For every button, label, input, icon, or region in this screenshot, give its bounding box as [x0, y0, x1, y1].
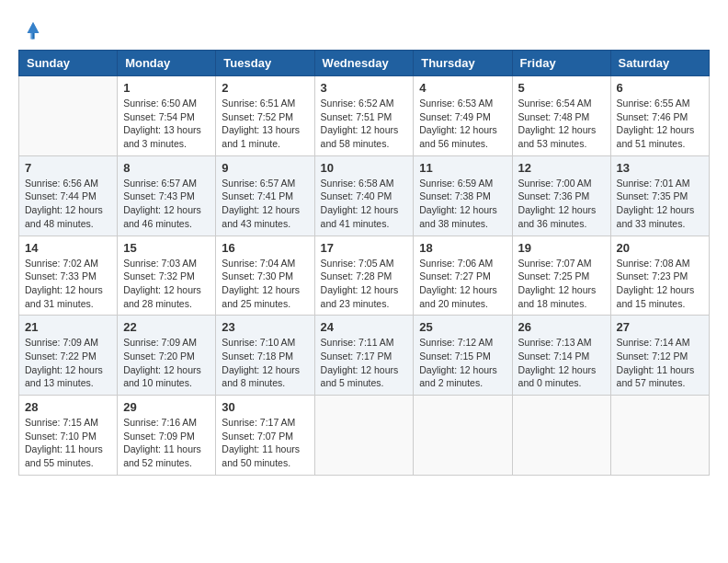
day-info: Sunrise: 7:11 AMSunset: 7:17 PMDaylight:… [321, 336, 408, 390]
day-info: Sunrise: 7:16 AMSunset: 7:09 PMDaylight:… [123, 416, 210, 470]
day-info: Sunrise: 7:07 AMSunset: 7:25 PMDaylight:… [518, 257, 605, 311]
calendar-cell: 6Sunrise: 6:55 AMSunset: 7:46 PMDaylight… [610, 76, 709, 156]
column-header-wednesday: Wednesday [314, 51, 414, 76]
day-info: Sunrise: 7:02 AMSunset: 7:33 PMDaylight:… [25, 257, 111, 311]
calendar-cell: 9Sunrise: 6:57 AMSunset: 7:41 PMDaylight… [216, 155, 314, 236]
calendar-cell: 30Sunrise: 7:17 AMSunset: 7:07 PMDayligh… [216, 396, 314, 476]
day-info: Sunrise: 7:14 AMSunset: 7:12 PMDaylight:… [617, 336, 703, 390]
day-number: 19 [518, 241, 605, 255]
calendar-cell: 5Sunrise: 6:54 AMSunset: 7:48 PMDaylight… [512, 76, 610, 156]
day-number: 10 [321, 161, 408, 175]
column-header-sunday: Sunday [19, 51, 118, 76]
calendar-cell [19, 76, 118, 156]
day-number: 9 [222, 161, 308, 175]
day-number: 17 [321, 241, 408, 255]
day-number: 1 [123, 81, 210, 95]
calendar-cell: 27Sunrise: 7:14 AMSunset: 7:12 PMDayligh… [610, 316, 709, 396]
day-number: 3 [321, 81, 408, 95]
day-info: Sunrise: 7:01 AMSunset: 7:35 PMDaylight:… [617, 177, 703, 231]
calendar-cell: 19Sunrise: 7:07 AMSunset: 7:25 PMDayligh… [512, 236, 610, 316]
day-number: 26 [518, 320, 605, 334]
day-number: 2 [222, 81, 308, 95]
calendar-cell: 25Sunrise: 7:12 AMSunset: 7:15 PMDayligh… [414, 316, 512, 396]
day-number: 24 [321, 320, 408, 334]
calendar-cell: 14Sunrise: 7:02 AMSunset: 7:33 PMDayligh… [19, 236, 118, 316]
day-number: 30 [222, 400, 308, 414]
day-number: 13 [617, 161, 703, 175]
day-number: 16 [222, 241, 308, 255]
day-number: 14 [25, 241, 111, 255]
day-info: Sunrise: 6:56 AMSunset: 7:44 PMDaylight:… [25, 177, 111, 231]
day-info: Sunrise: 7:06 AMSunset: 7:27 PMDaylight:… [419, 257, 506, 311]
day-info: Sunrise: 7:08 AMSunset: 7:23 PMDaylight:… [617, 257, 703, 311]
day-info: Sunrise: 6:52 AMSunset: 7:51 PMDaylight:… [321, 97, 408, 151]
day-info: Sunrise: 6:55 AMSunset: 7:46 PMDaylight:… [617, 97, 703, 151]
day-number: 6 [617, 81, 703, 95]
column-header-friday: Friday [512, 51, 610, 76]
calendar-table: SundayMondayTuesdayWednesdayThursdayFrid… [18, 50, 710, 476]
day-info: Sunrise: 6:57 AMSunset: 7:41 PMDaylight:… [222, 177, 308, 231]
calendar-cell: 8Sunrise: 6:57 AMSunset: 7:43 PMDaylight… [118, 155, 216, 236]
column-header-monday: Monday [118, 51, 216, 76]
calendar-cell [512, 396, 610, 476]
calendar-cell: 15Sunrise: 7:03 AMSunset: 7:32 PMDayligh… [118, 236, 216, 316]
calendar-week-row: 21Sunrise: 7:09 AMSunset: 7:22 PMDayligh… [19, 316, 710, 396]
day-number: 8 [123, 161, 210, 175]
day-info: Sunrise: 6:57 AMSunset: 7:43 PMDaylight:… [123, 177, 210, 231]
day-info: Sunrise: 6:59 AMSunset: 7:38 PMDaylight:… [419, 177, 506, 231]
calendar-cell: 23Sunrise: 7:10 AMSunset: 7:18 PMDayligh… [216, 316, 314, 396]
logo-icon [18, 18, 40, 40]
calendar-cell: 22Sunrise: 7:09 AMSunset: 7:20 PMDayligh… [118, 316, 216, 396]
calendar-week-row: 14Sunrise: 7:02 AMSunset: 7:33 PMDayligh… [19, 236, 710, 316]
day-info: Sunrise: 7:00 AMSunset: 7:36 PMDaylight:… [518, 177, 605, 231]
day-info: Sunrise: 7:17 AMSunset: 7:07 PMDaylight:… [222, 416, 308, 470]
day-number: 29 [123, 400, 210, 414]
calendar-cell [610, 396, 709, 476]
calendar-cell: 13Sunrise: 7:01 AMSunset: 7:35 PMDayligh… [610, 155, 709, 236]
day-number: 25 [419, 320, 506, 334]
calendar-cell: 7Sunrise: 6:56 AMSunset: 7:44 PMDaylight… [19, 155, 118, 236]
day-info: Sunrise: 6:53 AMSunset: 7:49 PMDaylight:… [419, 97, 506, 151]
day-info: Sunrise: 7:09 AMSunset: 7:22 PMDaylight:… [25, 336, 111, 390]
day-info: Sunrise: 6:54 AMSunset: 7:48 PMDaylight:… [518, 97, 605, 151]
calendar-cell: 1Sunrise: 6:50 AMSunset: 7:54 PMDaylight… [118, 76, 216, 156]
column-header-saturday: Saturday [610, 51, 709, 76]
calendar-cell: 24Sunrise: 7:11 AMSunset: 7:17 PMDayligh… [314, 316, 414, 396]
calendar-cell: 18Sunrise: 7:06 AMSunset: 7:27 PMDayligh… [414, 236, 512, 316]
calendar-week-row: 28Sunrise: 7:15 AMSunset: 7:10 PMDayligh… [19, 396, 710, 476]
calendar-cell: 17Sunrise: 7:05 AMSunset: 7:28 PMDayligh… [314, 236, 414, 316]
day-number: 22 [123, 320, 210, 334]
column-header-tuesday: Tuesday [216, 51, 314, 76]
day-info: Sunrise: 7:12 AMSunset: 7:15 PMDaylight:… [419, 336, 506, 390]
day-info: Sunrise: 7:03 AMSunset: 7:32 PMDaylight:… [123, 257, 210, 311]
logo [18, 18, 44, 40]
calendar-cell: 2Sunrise: 6:51 AMSunset: 7:52 PMDaylight… [216, 76, 314, 156]
day-number: 15 [123, 241, 210, 255]
day-number: 11 [419, 161, 506, 175]
day-number: 23 [222, 320, 308, 334]
calendar-cell: 28Sunrise: 7:15 AMSunset: 7:10 PMDayligh… [19, 396, 118, 476]
calendar-cell: 10Sunrise: 6:58 AMSunset: 7:40 PMDayligh… [314, 155, 414, 236]
day-number: 12 [518, 161, 605, 175]
calendar-header-row: SundayMondayTuesdayWednesdayThursdayFrid… [19, 51, 710, 76]
day-number: 7 [25, 161, 111, 175]
calendar-cell: 16Sunrise: 7:04 AMSunset: 7:30 PMDayligh… [216, 236, 314, 316]
svg-marker-1 [28, 22, 40, 39]
calendar-cell: 26Sunrise: 7:13 AMSunset: 7:14 PMDayligh… [512, 316, 610, 396]
column-header-thursday: Thursday [414, 51, 512, 76]
calendar-week-row: 1Sunrise: 6:50 AMSunset: 7:54 PMDaylight… [19, 76, 710, 156]
page-header [18, 18, 710, 40]
calendar-cell: 12Sunrise: 7:00 AMSunset: 7:36 PMDayligh… [512, 155, 610, 236]
day-info: Sunrise: 6:58 AMSunset: 7:40 PMDaylight:… [321, 177, 408, 231]
calendar-cell: 20Sunrise: 7:08 AMSunset: 7:23 PMDayligh… [610, 236, 709, 316]
day-info: Sunrise: 7:13 AMSunset: 7:14 PMDaylight:… [518, 336, 605, 390]
day-info: Sunrise: 7:15 AMSunset: 7:10 PMDaylight:… [25, 416, 111, 470]
day-info: Sunrise: 7:05 AMSunset: 7:28 PMDaylight:… [321, 257, 408, 311]
calendar-cell: 3Sunrise: 6:52 AMSunset: 7:51 PMDaylight… [314, 76, 414, 156]
day-number: 5 [518, 81, 605, 95]
day-number: 20 [617, 241, 703, 255]
day-info: Sunrise: 7:10 AMSunset: 7:18 PMDaylight:… [222, 336, 308, 390]
day-info: Sunrise: 7:09 AMSunset: 7:20 PMDaylight:… [123, 336, 210, 390]
day-info: Sunrise: 6:51 AMSunset: 7:52 PMDaylight:… [222, 97, 308, 151]
day-info: Sunrise: 6:50 AMSunset: 7:54 PMDaylight:… [123, 97, 210, 151]
